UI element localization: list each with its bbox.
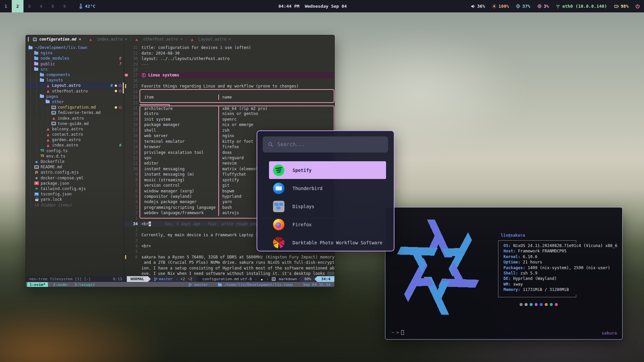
tree-item-pages[interactable]: pages	[26, 94, 124, 99]
tmux-window-1nvim[interactable]: 1:nvim*	[27, 282, 48, 287]
launcher-item-thunderbird[interactable]: Thunderbird	[269, 179, 386, 197]
tree-scrollbar[interactable]	[123, 82, 124, 94]
line-text: ove. I use Nix when I need software with…	[142, 271, 334, 276]
fetch-field-de: DE: Hyprland (Wayland)	[503, 276, 618, 281]
module-brightness[interactable]: 100%	[492, 4, 509, 9]
tree-item-index.astro[interactable]: ▲index.astroH	[26, 142, 124, 148]
tmux-window-3lazygit[interactable]: 3:lazygit	[74, 283, 95, 287]
launcher-search-box[interactable]	[263, 136, 388, 153]
tree-item-label: garden.astro	[52, 137, 80, 142]
fetch-field-label: Memory:	[503, 287, 523, 292]
powerline-separator	[315, 276, 317, 282]
tree-item-yarn.lock[interactable]: yarn.lock	[26, 197, 124, 202]
fetch-field-host: Host: Framework FRANMDCP05	[503, 248, 618, 254]
launcher-item-firefox[interactable]: Firefox	[269, 216, 386, 233]
tree-item-public[interactable]: public?	[26, 61, 124, 67]
tree-item-tsconfig.json[interactable]: TStsconfig.json	[26, 191, 124, 197]
tree-item-astro.config.mjs[interactable]: JSastro.config.mjs	[26, 170, 124, 175]
tmux-window-2node[interactable]: 2:node-	[53, 283, 69, 287]
launcher-item-displays[interactable]: Displays	[269, 197, 386, 215]
table-cell-item: privilege escalation tool	[140, 150, 204, 155]
module-gpu[interactable]: 3%	[537, 4, 549, 9]
workspace-3[interactable]: 3	[23, 0, 35, 12]
gutter-sign	[124, 161, 128, 166]
tree-item-layouts[interactable]: layouts	[26, 77, 124, 83]
buffer-line: 6sakura has a Ryzen 5 7640U, 32GB of DDR…	[124, 254, 334, 260]
fetch-field-value: zsh 5.9	[521, 271, 538, 276]
tmux-status-bar: 1:nvim*2:node-3:lazygit master /home/liv…	[26, 282, 334, 287]
tab-Layout.astro[interactable]: ▲Layout.astro×	[186, 35, 234, 43]
table-cell-name: hyprland	[218, 194, 241, 199]
gutter-sign	[124, 194, 128, 199]
tree-item-configuration.md[interactable]: Mconfiguration.md	[26, 105, 124, 110]
shell-prompt[interactable]: ~ >	[391, 330, 404, 335]
line-number: 23	[128, 95, 138, 100]
tree-item-env.d.ts[interactable]: TSenv.d.ts	[26, 154, 124, 159]
gutter-sign	[124, 128, 128, 133]
gutter-sign	[124, 254, 128, 260]
tree-item-Dockerfile[interactable]: ◆Dockerfile	[26, 159, 124, 164]
power-button[interactable]	[635, 0, 640, 12]
powerline-separator	[148, 276, 151, 282]
tree-item-label: config.ts	[46, 148, 68, 153]
tree-item-tailwind.config.mjs[interactable]: ≈tailwind.config.mjs	[26, 186, 124, 191]
module-volume[interactable]: 36%	[471, 4, 485, 9]
tree-item-balcony.astro[interactable]: ▲balcony.astro	[26, 126, 124, 132]
tree-item-config.ts[interactable]: TSconfig.ts	[26, 148, 124, 154]
statusline-chevron: ›	[175, 277, 178, 282]
tab-close-icon[interactable]: ×	[180, 37, 182, 42]
fetch-field-value: sway	[513, 282, 523, 287]
tab-index.astro[interactable]: ▲index.astro×	[85, 35, 130, 43]
tree-item-nodemodules[interactable]: node_modulesE	[26, 56, 124, 61]
tree-item-docker-compose.yml[interactable]: ◆docker-compose.yml	[26, 175, 124, 181]
tree-item-otherPost.astro[interactable]: ▲otherPost.astro	[26, 88, 124, 94]
tree-item-components[interactable]: components	[26, 72, 124, 77]
line-text	[142, 67, 334, 72]
search-input[interactable]	[277, 141, 383, 147]
tree-item-README.md[interactable]: MREADME.md	[26, 164, 124, 170]
app-launcher: SpotifyThunderbirdDisplaysFirefoxDarktab…	[257, 130, 394, 251]
tree-item-label: components	[46, 72, 70, 77]
tree-item-label: Layout.astro	[52, 83, 80, 88]
tree-item-src[interactable]: src	[26, 67, 124, 72]
module-battery[interactable]: 98%	[614, 4, 629, 9]
module-cpu[interactable]: 37%	[516, 4, 530, 9]
tree-item-other[interactable]: other	[26, 99, 124, 105]
tree-item-package.json[interactable]: npackage.json	[26, 181, 124, 186]
tree-item-label: tailwind.config.mjs	[41, 186, 86, 191]
gutter-sign	[124, 100, 128, 105]
tab-configuration.md[interactable]: Mconfiguration.md×	[30, 35, 85, 43]
line-number: 21	[128, 106, 138, 111]
tab-otherPost.astro[interactable]: ▲otherPost.astro×	[131, 35, 186, 43]
folder-icon	[34, 52, 38, 55]
launcher-item-label: Darktable Photo Workflow Software	[292, 240, 382, 245]
tree-item-6hiddenitems[interactable]: (6 hidden items)	[26, 202, 124, 207]
module-network[interactable]: eth0 (10.0.0.140)	[556, 4, 607, 9]
workspace-2[interactable]: 2	[12, 0, 23, 12]
tree-item-tone-guide.md[interactable]: Mtone-guide.md	[26, 121, 124, 126]
file-encoding: utf-8	[240, 277, 252, 281]
tab-close-icon[interactable]: ×	[229, 37, 231, 42]
tree-item-garden.astro[interactable]: ▲garden.astro	[26, 137, 124, 142]
line-number: 25	[128, 84, 138, 88]
workspace-4[interactable]: 4	[35, 0, 47, 12]
launcher-item-spotify[interactable]: Spotify	[269, 161, 386, 179]
workspace-8[interactable]: 8	[47, 0, 59, 12]
tree-item-contact.astro[interactable]: ▲contact.astro	[26, 132, 124, 137]
line-number: 5	[128, 194, 138, 199]
tree-item-~Developmentliv.town[interactable]: ~/Development/liv.town	[26, 45, 124, 50]
folder-open-icon	[29, 46, 33, 49]
launcher-item-darktable[interactable]: Darktable Photo Workflow Software	[269, 234, 386, 251]
line-text: and a 2TB (Crucial P5 Plus) NVMe drive. …	[142, 260, 334, 265]
tab-close-icon[interactable]: ×	[125, 37, 127, 42]
table-cell-item: distro	[140, 111, 159, 116]
tree-item-nginx[interactable]: nginx	[26, 50, 124, 56]
workspace-1[interactable]: 1	[0, 0, 12, 12]
tree-item-Layout.astro[interactable]: ▲Layout.astroH	[26, 83, 124, 88]
tree-item-fediverse-terms.md[interactable]: Mfediverse-terms.md	[26, 110, 124, 115]
astro-icon: ▲	[46, 133, 50, 136]
workspace-9[interactable]: 9	[59, 0, 70, 12]
tree-item-index.astro[interactable]: ▲index.astro	[26, 115, 124, 121]
tab-close-icon[interactable]: ×	[79, 37, 81, 42]
tab-label: index.astro	[97, 37, 122, 42]
